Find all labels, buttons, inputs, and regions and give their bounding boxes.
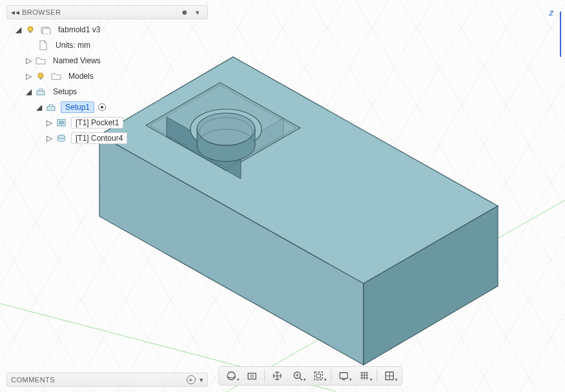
svg-rect-34 (340, 373, 347, 378)
svg-rect-32 (314, 372, 322, 380)
pan-button[interactable] (267, 368, 287, 384)
viewports-button[interactable]: ▾ (380, 368, 399, 384)
browser-panel: ◂◂ BROWSER ● ▾ ◢ fabmold1 v3 Units: mm ▷ (6, 5, 208, 150)
tree-label[interactable]: [T1] Pocket1 (71, 117, 123, 129)
browser-header[interactable]: ◂◂ BROWSER ● ▾ (6, 5, 208, 19)
axis-z-line (560, 12, 561, 57)
tree-contour4[interactable]: ▷ [T1] Contour4 (6, 130, 208, 146)
tree-label[interactable]: Setups (50, 87, 79, 96)
svg-rect-14 (30, 31, 32, 33)
display-settings-button[interactable]: ▾ (334, 368, 353, 384)
chevron-down-icon: ▾ (303, 377, 306, 382)
panel-options-icon[interactable]: ● (179, 7, 190, 17)
tree-label[interactable]: Units: mm (53, 41, 93, 50)
separator (264, 369, 265, 382)
browser-tree: ◢ fabmold1 v3 Units: mm ▷ Named Views (6, 19, 208, 150)
tree-models[interactable]: ▷ Models (6, 68, 208, 84)
tree-label[interactable]: Models (66, 72, 96, 81)
tree-label[interactable]: [T1] Contour4 (71, 132, 127, 144)
tree-label[interactable]: Named Views (50, 56, 103, 65)
tree-toggle[interactable]: ▷ (45, 119, 53, 127)
comments-header[interactable]: COMMENTS + ▾ (6, 373, 208, 387)
tree-toggle[interactable]: ▷ (45, 134, 53, 142)
tree-root[interactable]: ◢ fabmold1 v3 (6, 22, 208, 37)
comments-toggle-icon[interactable]: ▾ (200, 376, 204, 384)
separator (331, 369, 331, 382)
axis-z-label: z (550, 8, 554, 17)
svg-point-17 (38, 73, 43, 78)
setups-icon (35, 86, 46, 98)
svg-rect-20 (47, 107, 55, 110)
svg-rect-33 (316, 374, 320, 378)
tree-setup1[interactable]: ◢ Setup1 (6, 99, 208, 115)
chevron-down-icon: ▾ (370, 377, 373, 382)
svg-point-24 (57, 135, 65, 139)
lightbulb-icon[interactable] (25, 24, 36, 36)
tree-toggle[interactable]: ▷ (25, 72, 32, 80)
chevron-down-icon: ▾ (395, 377, 398, 382)
comments-title: COMMENTS (11, 376, 187, 384)
setup-icon (45, 101, 57, 113)
fit-button[interactable]: ▾ (309, 368, 328, 384)
tree-toggle[interactable]: ▷ (25, 57, 32, 65)
active-setup-radio[interactable] (98, 103, 106, 111)
tree-toggle[interactable]: ◢ (14, 26, 22, 34)
svg-rect-26 (248, 373, 256, 379)
tree-pocket1[interactable]: ▷ [T1] Pocket1 (6, 115, 208, 130)
svg-rect-16 (43, 28, 50, 34)
folder-icon (35, 55, 46, 67)
document-icon (37, 39, 49, 51)
svg-point-13 (28, 26, 33, 32)
tree-toggle[interactable]: ◢ (35, 103, 43, 111)
orbit-button[interactable]: ▾ (221, 368, 241, 384)
lightbulb-icon[interactable] (35, 70, 46, 82)
tree-units[interactable]: Units: mm (6, 37, 208, 53)
panel-toggle-icon[interactable]: ▾ (192, 8, 203, 17)
pocket-op-icon (56, 117, 67, 129)
look-at-button[interactable] (242, 368, 262, 384)
separator (376, 369, 377, 382)
zoom-button[interactable]: ▾ (288, 368, 307, 384)
chevron-down-icon: ▾ (324, 377, 327, 382)
collapse-icon[interactable]: ◂◂ (11, 8, 19, 17)
tree-label-selected[interactable]: Setup1 (61, 101, 94, 113)
tree-label[interactable]: fabmold1 v3 (56, 25, 103, 34)
comments-panel: COMMENTS + ▾ (6, 373, 208, 387)
svg-rect-19 (37, 91, 45, 95)
tree-toggle[interactable]: ◢ (25, 88, 32, 96)
svg-point-27 (251, 375, 253, 378)
tree-named-views[interactable]: ▷ Named Views (6, 53, 208, 68)
browser-title: BROWSER (22, 8, 179, 16)
tree-setups[interactable]: ◢ Setups (6, 84, 208, 99)
chevron-down-icon: ▾ (237, 377, 240, 382)
chevron-down-icon: ▾ (349, 377, 352, 382)
add-comment-icon[interactable]: + (187, 375, 196, 384)
svg-line-29 (300, 378, 302, 380)
svg-rect-22 (59, 121, 63, 124)
component-icon (40, 24, 52, 36)
contour-op-icon (56, 132, 67, 144)
nav-toolbar: ▾ ▾ ▾ ▾ ▾ ▾ (218, 366, 402, 386)
svg-rect-18 (40, 77, 42, 79)
svg-point-25 (227, 372, 235, 380)
grid-snap-button[interactable]: ▾ (354, 368, 374, 384)
folder-icon (50, 70, 62, 82)
